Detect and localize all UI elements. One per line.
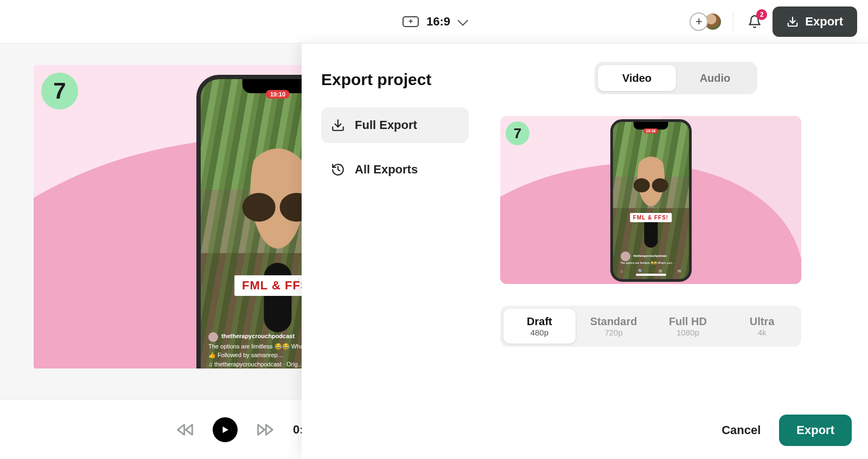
export-footer: Cancel Export	[711, 415, 852, 446]
quality-label: Full HD	[669, 315, 707, 328]
export-preview: 7 19:10 FML & FFS! thetherapycrouchpodca…	[500, 116, 801, 284]
aspect-ratio-selector[interactable]: 16:9	[403, 15, 465, 29]
download-icon	[787, 16, 799, 28]
sunglasses-icon	[633, 178, 668, 192]
export-settings: Video Audio 7 19:10 FML & FFS! thetherap…	[481, 43, 868, 459]
aspect-ratio-value: 16:9	[426, 15, 450, 29]
export-button-label: Export	[805, 15, 843, 29]
notification-badge: 2	[756, 9, 767, 20]
plus-box-icon: ⊞	[659, 269, 662, 274]
slide-number-badge: 7	[506, 121, 529, 145]
history-icon	[331, 163, 345, 177]
microphone-icon	[264, 263, 291, 332]
quality-label: Draft	[527, 315, 552, 328]
tiktok-music: thetherapycrouchpodcast · Orig…	[214, 361, 303, 367]
quality-draft[interactable]: Draft 480p	[503, 309, 576, 344]
tiktok-username: thetherapycrouchpodcast	[221, 333, 295, 339]
quality-sub: 1080p	[676, 328, 699, 337]
export-type-segmented: Video Audio	[595, 62, 757, 94]
tiktok-overlay: thetherapycrouchpodcast The options are …	[621, 251, 681, 266]
svg-marker-1	[178, 424, 184, 435]
quality-segmented: Draft 480p Standard 720p Full HD 1080p U…	[500, 306, 801, 347]
profile-avatar-icon	[208, 332, 218, 342]
aspect-ratio-icon	[403, 16, 419, 27]
sidebar-item-label: All Exports	[355, 163, 418, 177]
profile-avatar-icon	[621, 251, 630, 261]
home-icon: ⌂	[620, 269, 623, 274]
fast-forward-button[interactable]	[254, 418, 277, 441]
tiktok-username: thetherapycrouchpodcast	[634, 254, 667, 257]
quality-sub: 480p	[531, 328, 548, 337]
home-indicator	[636, 274, 666, 276]
quality-fullhd[interactable]: Full HD 1080p	[652, 309, 724, 344]
sidebar-item-label: Full Export	[355, 118, 417, 132]
chevron-down-icon	[457, 15, 468, 25]
export-panel: Export project Full Export All Exports V…	[302, 43, 868, 459]
inbox-icon: ✉	[678, 269, 681, 274]
top-bar: 16:9 + 2 Export	[0, 0, 868, 43]
phone-mockup: 19:10 FML & FFS! thetherapycrouchpodcast…	[610, 119, 692, 282]
quality-sub: 720p	[604, 328, 622, 337]
export-panel-title: Export project	[321, 70, 469, 89]
play-button[interactable]	[213, 417, 238, 442]
quality-ultra[interactable]: Ultra 4k	[726, 309, 798, 344]
cancel-button[interactable]: Cancel	[711, 416, 771, 445]
recording-time-pill: 19:10	[643, 128, 659, 133]
plus-icon: +	[690, 12, 708, 31]
quality-standard[interactable]: Standard 720p	[578, 309, 650, 344]
download-icon	[331, 118, 345, 132]
tab-video[interactable]: Video	[598, 65, 676, 91]
caption-banner: FML & FFS!	[630, 213, 672, 222]
rewind-button[interactable]	[174, 418, 196, 441]
svg-marker-2	[186, 424, 192, 435]
tiktok-caption: The options are limitless 😂😂 What's your…	[621, 261, 681, 266]
quality-label: Standard	[590, 315, 637, 328]
notifications-button[interactable]: 2	[744, 11, 765, 32]
svg-marker-5	[258, 424, 265, 435]
tiktok-tab-bar: ⌂ 🔍 ⊞ ✉	[613, 269, 689, 274]
quality-sub: 4k	[758, 328, 767, 337]
svg-marker-3	[223, 426, 229, 433]
tab-audio[interactable]: Audio	[676, 65, 754, 91]
recording-time-pill: 19:10	[266, 90, 290, 99]
tiktok-followed-by: Followed by samanrep…	[218, 352, 284, 358]
slide-number-badge: 7	[41, 73, 78, 109]
sidebar-item-all-exports[interactable]: All Exports	[321, 152, 469, 188]
invite-collaborator[interactable]: +	[690, 12, 722, 31]
divider	[733, 12, 733, 31]
sidebar-item-full-export[interactable]: Full Export	[321, 107, 469, 143]
quality-label: Ultra	[750, 315, 775, 328]
export-sidebar: Export project Full Export All Exports	[302, 43, 481, 459]
svg-marker-4	[266, 424, 272, 435]
export-button-header[interactable]: Export	[773, 7, 857, 37]
export-button[interactable]: Export	[779, 415, 852, 446]
search-icon: 🔍	[638, 269, 643, 274]
